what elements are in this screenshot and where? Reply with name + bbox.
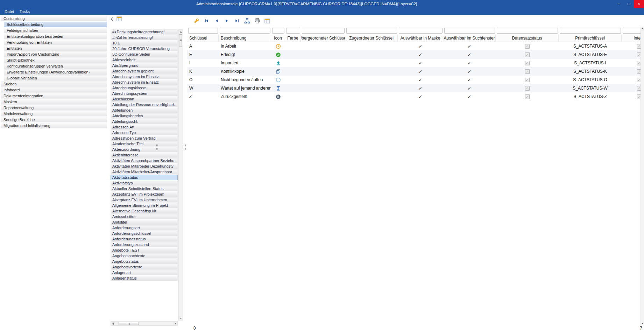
- key-type-item[interactable]: Aktivitäten Ansprechpartner Beziehu: [111, 158, 178, 163]
- sidebar-item[interactable]: Modulverwaltung: [1, 111, 107, 117]
- keylist-vertical-scrollbar[interactable]: [178, 29, 183, 321]
- column-header[interactable]: Schlüssel: [187, 35, 219, 42]
- filter-input[interactable]: [220, 28, 270, 34]
- key-type-item[interactable]: Abteilungsbereich: [111, 113, 178, 119]
- filter-input[interactable]: [272, 28, 284, 34]
- filter-input[interactable]: [497, 28, 558, 34]
- sidebar-item[interactable]: Customizing: [1, 16, 107, 21]
- grid-row[interactable]: WWartet auf jemand anderen✓✓✓S_ACTSTATUS…: [187, 84, 644, 92]
- key-type-item[interactable]: Abrechn.system geplant: [111, 69, 178, 74]
- key-type-item[interactable]: Angebotsstatus: [111, 259, 178, 264]
- key-type-item[interactable]: Aktieninteresse: [111, 153, 178, 158]
- key-type-item[interactable]: Aktivitäten Mitarbeiter Beziehungsty: [111, 164, 178, 169]
- column-header[interactable]: Auswählbar im Suchfenster: [443, 35, 496, 42]
- panel-splitter-grip[interactable]: [183, 141, 186, 153]
- key-type-item[interactable]: Abrechnungssystem: [111, 91, 178, 96]
- key-type-item[interactable]: Anlagenart: [111, 270, 178, 275]
- table-button[interactable]: [263, 17, 271, 25]
- column-header[interactable]: Zugeordneter Schlüssel: [345, 35, 398, 42]
- sidebar-item[interactable]: Erweiterte Einstellungen (Anwendungsvari…: [4, 69, 107, 75]
- column-header[interactable]: Primärschlüssel: [559, 35, 622, 42]
- menu-datei[interactable]: Datei: [2, 9, 17, 14]
- key-type-item[interactable]: Alternative Geschäftsp.Nr: [111, 209, 178, 214]
- key-type-item[interactable]: Angebotsvortexte: [111, 265, 178, 270]
- grid-vertical-scrollbar[interactable]: [641, 27, 644, 325]
- sidebar-item[interactable]: Feldeigenschaften: [4, 28, 107, 33]
- key-type-item[interactable]: Angebotsnachtexte: [111, 253, 178, 259]
- key-type-item[interactable]: 3C-Confluence-Seiten: [111, 52, 178, 57]
- scroll-left-button[interactable]: [111, 322, 115, 325]
- key-type-item[interactable]: Adressen Art: [111, 125, 178, 130]
- scroll-down-button[interactable]: [179, 316, 183, 320]
- column-header[interactable]: Übergeordneter Schlüssel: [301, 35, 345, 42]
- sidebar-item[interactable]: Migration und Initialisierung: [1, 123, 107, 128]
- filter-input[interactable]: [286, 28, 300, 34]
- key-type-item[interactable]: Adressen Typ: [111, 130, 178, 135]
- grid-row[interactable]: AIn Arbeit✓✓✓S_ACTSTATUS-A✓: [187, 42, 644, 50]
- key-type-item[interactable]: Anforderungsschlüssel: [111, 231, 178, 236]
- key-type-item[interactable]: Anforderungsstatus: [111, 237, 178, 242]
- key-type-item[interactable]: Abteilung der Ressourcenverfügbark: [111, 102, 178, 107]
- key-type-item[interactable]: Abr.Sperrgrund: [111, 63, 178, 68]
- wrench-button[interactable]: [192, 17, 200, 25]
- sidebar-item[interactable]: Globale Variablen: [4, 75, 107, 81]
- key-type-item[interactable]: #>Deckungsbeitragsrechnung!: [111, 29, 178, 35]
- minimize-button[interactable]: −: [614, 0, 624, 8]
- hierarchy-button[interactable]: [243, 17, 251, 25]
- key-type-item[interactable]: Abschlussart: [111, 97, 178, 102]
- key-type-item[interactable]: Angebote TEST: [111, 248, 178, 253]
- scrollbar-thumb[interactable]: [119, 322, 139, 325]
- key-type-item[interactable]: Allgemeine Stimmung im Projekt: [111, 203, 178, 208]
- sidebar-item[interactable]: Konfigurationsgruppen verwalten: [4, 63, 107, 69]
- filter-input[interactable]: [444, 28, 495, 34]
- key-type-item[interactable]: Aktueller Schnittstellen-Status: [111, 186, 178, 191]
- key-type-item[interactable]: 10.1: [111, 41, 178, 46]
- maximize-button[interactable]: □: [624, 0, 634, 8]
- sidebar-item[interactable]: Entitätenkonfiguration bearbeiten: [4, 34, 107, 39]
- first-record-button[interactable]: [203, 17, 210, 25]
- sidebar-item[interactable]: Entitäten: [4, 45, 107, 51]
- sidebar-item[interactable]: Skript-Bibliothek: [4, 57, 107, 63]
- column-header[interactable]: Auswählbar in Maske: [398, 35, 443, 42]
- grid-row[interactable]: KKonfliktkopie✓✓✓S_ACTSTATUS-K✓: [187, 67, 644, 76]
- grid-row[interactable]: EErledigt✓✓✓S_ACTSTATUS-E✓: [187, 50, 644, 59]
- key-type-item[interactable]: Aktivitätsstatus: [111, 175, 178, 180]
- print-button[interactable]: [253, 17, 261, 25]
- grid-row[interactable]: ONicht begonnen / offen✓✓✓S_ACTSTATUS-O✓: [187, 76, 644, 84]
- key-type-item[interactable]: Akademische Titel: [111, 141, 178, 147]
- key-type-item[interactable]: Abteilungsschl.: [111, 119, 178, 124]
- key-type-item[interactable]: Abrechn.system im Einsatz: [111, 74, 178, 79]
- menu-tasks[interactable]: Tasks: [17, 9, 33, 14]
- chevron-left-button[interactable]: [109, 16, 115, 22]
- scroll-down-button[interactable]: [641, 322, 644, 325]
- panel-splitter-grip[interactable]: [156, 141, 158, 153]
- key-type-item[interactable]: Aktivitätstyp: [111, 181, 178, 186]
- column-header[interactable]: Icon: [271, 35, 285, 42]
- filter-input[interactable]: [399, 28, 443, 34]
- key-type-item[interactable]: Ableseeinheit: [111, 57, 178, 63]
- key-type-item[interactable]: Akzeptanz EVI im Unternehmen: [111, 197, 178, 203]
- grid-row[interactable]: IImportiert✓✓✓S_ACTSTATUS-I✓: [187, 59, 644, 67]
- filter-input[interactable]: [346, 28, 397, 34]
- filter-input[interactable]: [560, 28, 621, 34]
- key-type-item[interactable]: Akzeptanz EVI im Projektteam: [111, 192, 178, 197]
- key-type-item[interactable]: Anforderungsart: [111, 225, 178, 231]
- key-type-item[interactable]: Amtssubstitut: [111, 214, 178, 219]
- key-type-item[interactable]: 20 Jahre CURSOR Veranstaltung: [111, 46, 178, 51]
- key-type-item[interactable]: Amtstitel: [111, 220, 178, 225]
- sidebar-item[interactable]: Import/Export von Customizing: [4, 51, 107, 57]
- last-record-button[interactable]: [233, 17, 241, 25]
- column-header[interactable]: Datensatzstatus: [496, 35, 559, 42]
- sidebar-item[interactable]: Schlüsselbearbeitung: [4, 22, 107, 27]
- keylist-horizontal-scrollbar[interactable]: [111, 321, 178, 326]
- filter-input[interactable]: [302, 28, 345, 34]
- scroll-up-button[interactable]: [641, 27, 644, 30]
- column-header[interactable]: Beschreibung: [219, 35, 271, 42]
- sidebar-item[interactable]: Suchen: [1, 81, 107, 87]
- column-header[interactable]: Farbe: [285, 35, 301, 42]
- scroll-up-button[interactable]: [179, 30, 183, 34]
- close-button[interactable]: ×: [634, 0, 644, 8]
- key-type-item[interactable]: Adresstypen zum Vertrag: [111, 136, 178, 141]
- key-type-item[interactable]: Aktenzuordnung: [111, 147, 178, 152]
- sidebar-item[interactable]: Infoboard: [1, 87, 107, 93]
